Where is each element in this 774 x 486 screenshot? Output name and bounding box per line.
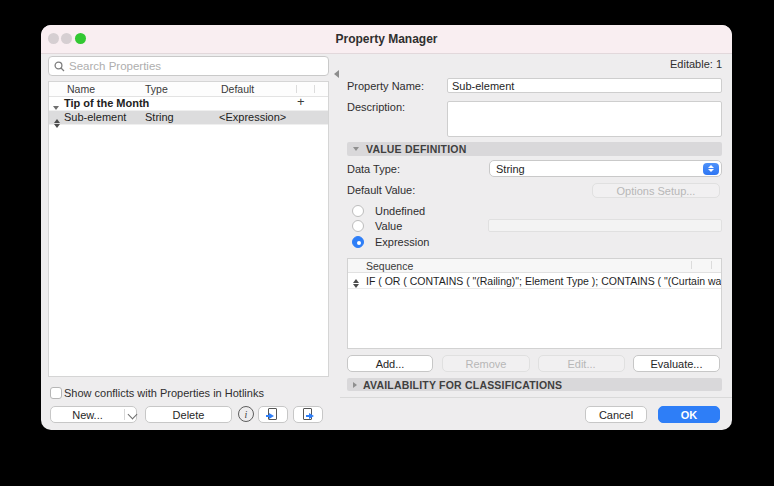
property-name-value: Sub-element xyxy=(452,80,514,92)
options-setup-label: Options Setup... xyxy=(617,185,696,197)
property-list: Name Type Default Tip of the Month + Sub… xyxy=(48,81,329,377)
property-manager-window: Property Manager Search Properties Name … xyxy=(41,25,732,430)
radio-expression-label: Expression xyxy=(375,236,429,248)
default-value-label: Default Value: xyxy=(347,184,415,196)
column-type[interactable]: Type xyxy=(145,83,168,95)
titlebar: Property Manager xyxy=(41,25,732,54)
radio-undefined-label: Undefined xyxy=(375,205,425,217)
delete-button-label: Delete xyxy=(173,409,205,421)
info-glyph: i xyxy=(245,409,248,420)
new-button[interactable]: New... xyxy=(50,406,137,423)
row-type: String xyxy=(145,111,174,124)
chevron-down-icon[interactable] xyxy=(128,410,138,420)
description-label: Description: xyxy=(347,101,405,113)
description-input[interactable] xyxy=(447,101,722,137)
window-title: Property Manager xyxy=(41,32,732,46)
reorder-icon[interactable] xyxy=(353,273,359,288)
availability-section-header[interactable]: AVAILABILITY FOR CLASSIFICATIONS xyxy=(347,378,722,391)
evaluate-button-label: Evaluate... xyxy=(651,358,703,370)
options-setup-button[interactable]: Options Setup... xyxy=(592,183,720,198)
popup-stepper-icon xyxy=(703,163,719,175)
show-conflicts-label: Show conflicts with Properties in Hotlin… xyxy=(64,387,264,399)
add-property-icon[interactable]: + xyxy=(297,95,305,108)
sequence-row[interactable]: IF ( OR ( CONTAINS ( "(Railing)"; Elemen… xyxy=(348,273,721,289)
property-name-label: Property Name: xyxy=(347,80,424,92)
group-row-tip-of-the-month[interactable]: Tip of the Month + xyxy=(49,97,328,111)
value-definition-section-header[interactable]: VALUE DEFINITION xyxy=(347,142,722,156)
edit-button[interactable]: Edit... xyxy=(538,355,625,372)
data-type-label: Data Type: xyxy=(347,163,400,175)
editable-status: Editable: 1 xyxy=(541,58,722,70)
sequence-header[interactable]: Sequence xyxy=(348,259,721,273)
table-row-sub-element[interactable]: Sub-element String <Expression> xyxy=(49,111,328,125)
delete-button[interactable]: Delete xyxy=(145,406,232,423)
column-divider xyxy=(296,85,297,93)
section-collapse-icon[interactable] xyxy=(353,147,359,151)
import-properties-button[interactable] xyxy=(258,406,288,423)
property-list-header[interactable]: Name Type Default xyxy=(49,82,328,97)
radio-undefined[interactable] xyxy=(352,205,364,217)
column-name[interactable]: Name xyxy=(67,83,95,95)
availability-title: AVAILABILITY FOR CLASSIFICATIONS xyxy=(363,379,562,391)
show-conflicts-checkbox[interactable] xyxy=(50,387,62,399)
remove-button[interactable]: Remove xyxy=(442,355,530,372)
export-properties-button[interactable] xyxy=(293,406,323,423)
search-placeholder: Search Properties xyxy=(69,60,161,72)
cancel-button-label: Cancel xyxy=(599,409,633,421)
search-input[interactable]: Search Properties xyxy=(48,56,329,76)
radio-value-label: Value xyxy=(375,220,402,232)
row-default: <Expression> xyxy=(219,111,286,124)
edit-button-label: Edit... xyxy=(567,358,595,370)
column-divider xyxy=(711,261,712,269)
button-divider xyxy=(124,409,125,420)
ok-button-label: OK xyxy=(681,409,698,421)
section-expand-icon[interactable] xyxy=(353,382,357,388)
sequence-header-label: Sequence xyxy=(366,260,413,272)
value-definition-title: VALUE DEFINITION xyxy=(366,143,466,155)
column-divider xyxy=(691,261,692,269)
radio-value[interactable] xyxy=(352,220,364,232)
export-icon xyxy=(303,408,314,421)
add-button[interactable]: Add... xyxy=(347,355,433,372)
info-icon[interactable]: i xyxy=(238,406,254,422)
ok-button[interactable]: OK xyxy=(658,406,720,423)
sequence-list: Sequence IF ( OR ( CONTAINS ( "(Railing)… xyxy=(347,258,722,349)
panel-collapse-icon[interactable] xyxy=(334,64,339,82)
column-default[interactable]: Default xyxy=(221,83,254,95)
footer-divider xyxy=(340,397,732,398)
import-icon xyxy=(268,408,279,421)
property-name-input[interactable]: Sub-element xyxy=(447,78,722,93)
data-type-value: String xyxy=(496,163,525,175)
remove-button-label: Remove xyxy=(466,358,507,370)
data-type-select[interactable]: String xyxy=(489,160,722,177)
group-label: Tip of the Month xyxy=(64,97,149,110)
value-input[interactable] xyxy=(488,219,722,232)
new-button-label: New... xyxy=(51,409,124,421)
row-name: Sub-element xyxy=(64,111,126,124)
radio-expression[interactable] xyxy=(352,236,364,248)
search-icon xyxy=(54,61,65,72)
expression-text: IF ( OR ( CONTAINS ( "(Railing)"; Elemen… xyxy=(366,275,721,287)
evaluate-button[interactable]: Evaluate... xyxy=(633,355,720,372)
reorder-icon[interactable] xyxy=(54,113,60,128)
add-button-label: Add... xyxy=(376,358,405,370)
cancel-button[interactable]: Cancel xyxy=(585,406,647,423)
column-divider xyxy=(314,85,315,93)
